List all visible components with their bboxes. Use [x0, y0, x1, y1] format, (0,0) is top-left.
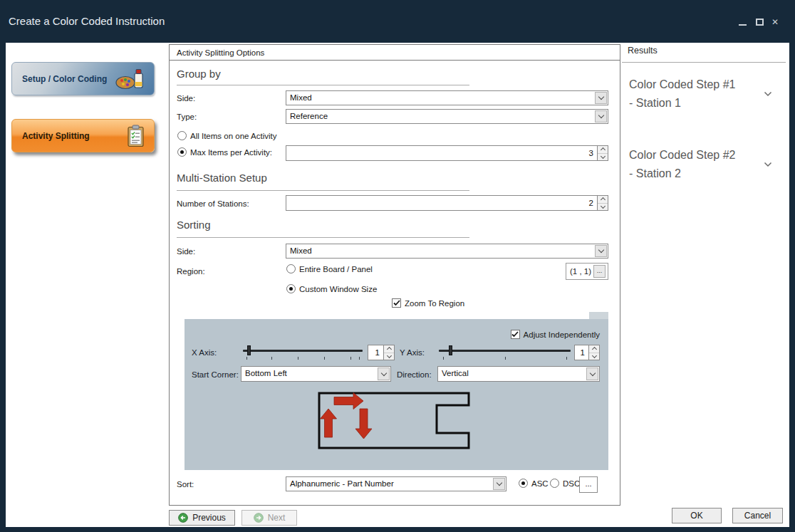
next-button[interactable]: Next: [241, 510, 297, 526]
max-items-spinner[interactable]: 3: [286, 145, 608, 161]
close-button[interactable]: ✕: [768, 16, 782, 28]
radio-icon: [519, 479, 528, 488]
adjust-independently-checkbox[interactable]: Adjust Independently: [511, 330, 600, 339]
y-axis-slider[interactable]: [439, 345, 571, 355]
sort-select[interactable]: Alphanumeric - Part Number: [286, 476, 506, 491]
palette-icon: [115, 68, 145, 90]
zoom-to-region-checkbox[interactable]: Zoom To Region: [392, 298, 464, 308]
stations-spinner[interactable]: 2: [286, 195, 608, 211]
start-corner-label: Start Corner:: [192, 370, 239, 379]
chevron-down-icon[interactable]: [586, 367, 598, 380]
start-corner-value: Bottom Left: [241, 367, 377, 381]
x-axis-slider[interactable]: [243, 345, 363, 355]
checkbox-icon: [392, 298, 401, 308]
region-coord-value: (1 , 1): [566, 267, 593, 276]
spinner-up-button[interactable]: [384, 345, 394, 353]
radio-icon: [286, 284, 296, 293]
x-axis-label: X Axis:: [192, 348, 217, 357]
chevron-down-icon[interactable]: [764, 157, 772, 170]
slider-track: [439, 350, 571, 352]
maximize-button[interactable]: [752, 16, 767, 28]
start-corner-select[interactable]: Bottom Left: [241, 366, 391, 382]
sorting-side-select[interactable]: Mixed: [286, 244, 608, 259]
section-divider: [177, 85, 469, 85]
spinner-down-button[interactable]: [598, 154, 608, 161]
radio-all-items[interactable]: All Items on one Activity: [177, 131, 276, 140]
type-label: Type:: [177, 113, 197, 121]
direction-value: Vertical: [438, 367, 586, 381]
stations-label: Number of Stations:: [177, 199, 249, 208]
chevron-down-icon[interactable]: [595, 110, 607, 122]
side-select[interactable]: Mixed: [286, 90, 608, 105]
minimize-button[interactable]: [735, 16, 749, 28]
region-label: Region:: [177, 267, 205, 276]
region-settings-panel: Adjust Independently X Axis: 1 Y Axis: 1…: [185, 319, 608, 470]
previous-icon: [178, 513, 188, 523]
spinner-up-button[interactable]: [598, 196, 608, 204]
radio-icon: [177, 131, 187, 140]
section-divider: [177, 237, 469, 238]
chevron-down-icon[interactable]: [378, 367, 390, 380]
ok-button[interactable]: OK: [672, 508, 722, 523]
next-icon: [254, 513, 264, 523]
sidebar-item-activity-splitting[interactable]: Activity Splitting: [11, 119, 155, 152]
result-item-step1[interactable]: Color Coded Step #1 - Station 1: [629, 75, 780, 113]
close-icon: ✕: [771, 17, 779, 27]
y-axis-label: Y Axis:: [400, 348, 425, 357]
slider-track: [243, 350, 363, 352]
direction-select[interactable]: Vertical: [437, 366, 600, 382]
spinner-up-button[interactable]: [589, 345, 599, 353]
board-diagram: [318, 392, 471, 450]
x-axis-ticks: [243, 357, 363, 360]
sorting-side-value: Mixed: [286, 244, 594, 258]
type-select[interactable]: Reference: [286, 109, 608, 124]
sort-more-button[interactable]: ...: [579, 476, 598, 493]
slider-thumb[interactable]: [247, 345, 251, 355]
side-label: Side:: [177, 94, 195, 103]
slider-thumb[interactable]: [449, 345, 452, 355]
radio-icon: [177, 147, 187, 157]
sort-select-value: Alphanumeric - Part Number: [286, 477, 492, 491]
radio-max-items[interactable]: Max Items per Activity:: [177, 147, 272, 157]
radio-icon: [286, 264, 296, 273]
chevron-down-icon[interactable]: [764, 87, 772, 100]
right-arrow-icon: [334, 393, 363, 410]
radio-entire-board[interactable]: Entire Board / Panel: [286, 264, 373, 273]
radio-dsc[interactable]: DSC: [550, 479, 580, 488]
x-axis-value: 1: [368, 345, 383, 360]
y-axis-value: 1: [575, 345, 588, 360]
radio-icon: [550, 479, 559, 488]
cancel-button[interactable]: Cancel: [732, 508, 783, 523]
spinner-down-button[interactable]: [598, 204, 608, 211]
section-divider: [177, 190, 469, 191]
x-axis-value-spinner[interactable]: 1: [368, 345, 395, 360]
radio-asc[interactable]: ASC: [519, 479, 549, 488]
stations-value: 2: [286, 196, 597, 210]
type-select-value: Reference: [286, 110, 594, 123]
side-select-value: Mixed: [286, 91, 594, 105]
up-arrow-icon: [321, 409, 337, 437]
chevron-down-icon[interactable]: [595, 245, 607, 257]
max-items-value: 3: [286, 146, 597, 160]
result-item-step2[interactable]: Color Coded Step #2 - Station 2: [629, 146, 780, 183]
sorting-heading: Sorting: [177, 219, 211, 231]
chevron-down-icon[interactable]: [595, 92, 607, 104]
region-more-button[interactable]: ...: [593, 265, 606, 278]
down-arrow-icon: [355, 409, 372, 439]
panel-header: Activity Splitting Options: [170, 45, 620, 61]
y-axis-value-spinner[interactable]: 1: [574, 345, 600, 360]
spinner-up-button[interactable]: [598, 146, 608, 154]
sidebar-item-setup-color-coding[interactable]: Setup / Color Coding: [11, 62, 155, 95]
spinner-down-button[interactable]: [589, 353, 599, 360]
previous-button[interactable]: Previous: [169, 510, 235, 526]
spinner-down-button[interactable]: [384, 353, 394, 360]
window-title: Create a Color Coded Instruction: [9, 15, 165, 27]
maximize-icon: [756, 19, 764, 26]
checkbox-icon: [511, 330, 520, 339]
chevron-down-icon[interactable]: [493, 478, 505, 490]
minimize-icon: [739, 24, 747, 26]
radio-custom-window[interactable]: Custom Window Size: [286, 284, 377, 293]
group-by-heading: Group by: [177, 68, 221, 80]
region-coord-box[interactable]: (1 , 1) ...: [566, 263, 608, 280]
multi-station-heading: Multi-Station Setup: [177, 172, 267, 184]
